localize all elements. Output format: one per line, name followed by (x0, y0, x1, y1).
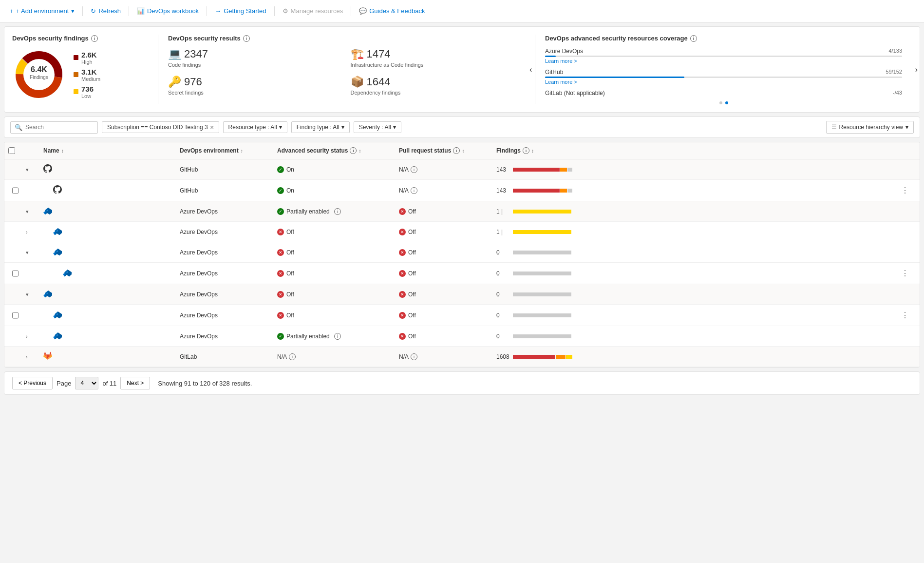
donut-container: 6.4K Findings 2.6K High 3.1K (12, 48, 148, 101)
row-icon (43, 206, 52, 216)
row-checkbox-cell (4, 312, 22, 319)
row-env-cell: GitHub (176, 166, 273, 173)
refresh-button[interactable]: ↻ Refresh (87, 5, 125, 17)
table-row: ▾ Azure DevOps ✕Off ✕Off 0 (4, 242, 920, 263)
row-checkbox[interactable] (12, 270, 19, 277)
subscription-filter-close[interactable]: ✕ (210, 125, 214, 130)
row-icon (43, 289, 52, 299)
th-name[interactable]: Name ↕ (39, 147, 176, 154)
row-actions: ⋮ (898, 268, 916, 279)
row-env-cell: Azure DevOps (176, 312, 273, 319)
github-bar (545, 77, 684, 78)
carousel-dot-1[interactable] (719, 101, 722, 104)
row-name-cell (39, 310, 176, 320)
row-pr-cell: ✕Off (395, 291, 492, 298)
row-security-cell: ✕Off (273, 291, 395, 298)
row-context-menu-button[interactable]: ⋮ (898, 185, 912, 196)
expand-button[interactable]: › (26, 229, 28, 235)
collapse-button[interactable]: ▾ (26, 291, 29, 298)
devops-workbook-button[interactable]: 📊 DevOps workbook (133, 5, 203, 17)
select-all-checkbox[interactable] (8, 147, 15, 154)
th-findings[interactable]: Findings i ↕ (492, 147, 920, 154)
medium-legend: 3.1K Medium (74, 68, 100, 82)
row-env-cell: GitHub (176, 187, 273, 194)
collapse-button[interactable]: ▾ (26, 209, 29, 215)
row-security-cell: ✕Off (273, 229, 395, 235)
next-button[interactable]: Next > (120, 377, 150, 389)
arrow-icon: → (215, 7, 221, 15)
adv-security-info-icon[interactable]: i (350, 147, 357, 154)
row-expand-cell: ▾ (22, 291, 39, 298)
th-adv-security[interactable]: Advanced security status i ↕ (273, 147, 395, 154)
row-name-cell (39, 164, 176, 175)
table-row: › GitLab N/Ai N/Ai 1608 (4, 347, 920, 367)
guides-feedback-button[interactable]: 💬 Guides & Feedback (355, 5, 429, 17)
findings-info-icon-th[interactable]: i (523, 147, 529, 154)
resource-type-filter-tag[interactable]: Resource type : All ▾ (223, 121, 287, 133)
coverage-section: ‹ DevOps advanced security resources cov… (535, 35, 912, 104)
github-coverage: GitHub 59/152 Learn more > (545, 69, 902, 85)
expand-button[interactable]: › (26, 333, 28, 339)
coverage-next-button[interactable]: › (913, 63, 920, 76)
toolbar: + + Add environment ▾ ↻ Refresh 📊 DevOps… (0, 0, 924, 22)
th-devops-env[interactable]: DevOps environment ↕ (176, 147, 273, 154)
carousel-dot-2[interactable] (725, 101, 728, 104)
page-select[interactable]: 4 123 567 891011 (75, 377, 98, 389)
row-env-cell: GitLab (176, 353, 273, 360)
th-pr-status[interactable]: Pull request status i ↕ (395, 147, 492, 154)
collapse-button[interactable]: ▾ (26, 167, 29, 173)
row-security-cell: ✓Partially enabledi (273, 208, 395, 215)
row-findings-cell: 0 (492, 249, 920, 256)
row-pr-cell: ✕Off (395, 229, 492, 235)
search-box[interactable]: 🔍 (10, 121, 98, 134)
findings-sort-icon: ↕ (531, 148, 534, 154)
search-input[interactable] (25, 124, 94, 131)
high-legend: 2.6K High (74, 51, 100, 65)
manage-resources-button[interactable]: ⚙ Manage resources (279, 5, 347, 17)
svg-text:6.4K: 6.4K (31, 65, 47, 74)
row-name-cell (39, 247, 176, 257)
coverage-prev-button[interactable]: ‹ (528, 63, 534, 76)
row-security-cell: ✕Off (273, 270, 395, 277)
findings-info-icon[interactable]: i (91, 35, 98, 42)
finding-type-filter-tag[interactable]: Finding type : All ▾ (291, 121, 350, 133)
row-context-menu-button[interactable]: ⋮ (898, 268, 912, 279)
pr-status-info-icon[interactable]: i (453, 147, 460, 154)
azure-devops-learn-more[interactable]: Learn more > (545, 58, 902, 64)
previous-button[interactable]: < Previous (12, 377, 53, 389)
getting-started-button[interactable]: → Getting Started (211, 5, 270, 17)
row-findings-cell: 143 (492, 166, 920, 173)
azure-devops-coverage: Azure DevOps 4/133 Learn more > (545, 48, 902, 64)
row-checkbox[interactable] (12, 312, 19, 319)
severity-filter-tag[interactable]: Severity : All ▾ (354, 121, 401, 133)
hierarchy-icon: ☰ (831, 124, 837, 131)
github-learn-more[interactable]: Learn more > (545, 79, 902, 85)
row-pr-cell: ✕Off (395, 333, 492, 340)
row-actions: ⋮ (898, 310, 916, 321)
row-expand-cell: › (22, 333, 39, 340)
row-env-cell: Azure DevOps (176, 291, 273, 298)
row-checkbox[interactable] (12, 187, 19, 194)
subscription-filter-tag[interactable]: Subscription == Contoso DfD Testing 3 ✕ (102, 121, 219, 133)
filters-bar: 🔍 Subscription == Contoso DfD Testing 3 … (4, 116, 920, 138)
row-context-menu-button[interactable]: ⋮ (898, 310, 912, 321)
table-row: GitHub ✓On N/Ai 143 ⋮ (4, 180, 920, 201)
results-info-icon[interactable]: i (243, 35, 250, 42)
coverage-title: DevOps advanced security resources cover… (545, 35, 902, 42)
iac-findings-item: 🏗️ 1474 Infrastructure as Code findings (351, 48, 526, 68)
row-name-cell (39, 206, 176, 216)
results-title: DevOps security results i (168, 35, 525, 42)
row-icon (53, 227, 62, 237)
row-expand-cell: ▾ (22, 208, 39, 215)
expand-button[interactable]: › (26, 354, 28, 360)
row-findings-cell: 1 | (492, 208, 920, 215)
add-environment-button[interactable]: + + Add environment ▾ (6, 5, 78, 17)
page-label: Page (57, 380, 71, 387)
coverage-info-icon[interactable]: i (690, 35, 697, 42)
collapse-button[interactable]: ▾ (26, 250, 29, 256)
row-pr-cell: N/Ai (395, 166, 492, 173)
hierarchy-view-button[interactable]: ☰ Resource hierarchy view ▾ (826, 121, 914, 134)
row-pr-cell: ✕Off (395, 270, 492, 277)
gear-icon: ⚙ (283, 7, 288, 15)
pagination-bar: < Previous Page 4 123 567 891011 of 11 N… (4, 371, 920, 395)
